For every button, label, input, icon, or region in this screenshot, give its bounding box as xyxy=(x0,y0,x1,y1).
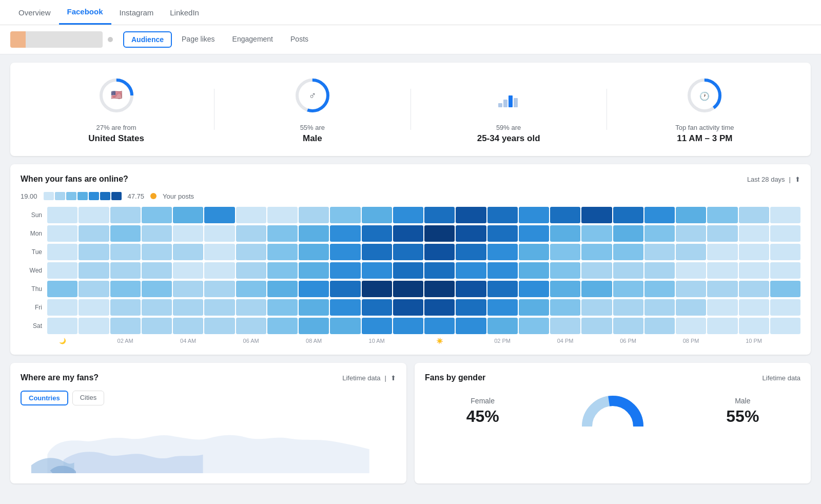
heatmap-cell[interactable] xyxy=(362,299,392,316)
heatmap-cell[interactable] xyxy=(236,299,266,316)
heatmap-cell[interactable] xyxy=(330,207,360,223)
heatmap-cell[interactable] xyxy=(676,299,706,316)
heatmap-cell[interactable] xyxy=(739,318,769,334)
heatmap-cell[interactable] xyxy=(519,262,549,279)
heatmap-cell[interactable] xyxy=(487,281,518,297)
heatmap-cell[interactable] xyxy=(236,207,266,223)
heatmap-cell[interactable] xyxy=(204,262,234,279)
heatmap-cell[interactable] xyxy=(330,299,360,316)
heatmap-cell[interactable] xyxy=(204,281,234,297)
heatmap-cell[interactable] xyxy=(581,244,612,260)
heatmap-cell[interactable] xyxy=(424,318,455,334)
heatmap-cell[interactable] xyxy=(267,281,298,297)
heatmap-cell[interactable] xyxy=(79,207,109,223)
heatmap-cell[interactable] xyxy=(204,207,234,223)
heatmap-cell[interactable] xyxy=(173,281,203,297)
heatmap-cell[interactable] xyxy=(581,207,612,223)
heatmap-cell[interactable] xyxy=(519,318,549,334)
heatmap-cell[interactable] xyxy=(676,281,706,297)
heatmap-cell[interactable] xyxy=(299,244,329,260)
heatmap-cell[interactable] xyxy=(110,244,141,260)
tab-posts[interactable]: Posts xyxy=(283,31,316,48)
heatmap-cell[interactable] xyxy=(424,207,455,223)
heatmap-cell[interactable] xyxy=(47,244,77,260)
heatmap-cell[interactable] xyxy=(581,299,612,316)
heatmap-cell[interactable] xyxy=(613,318,643,334)
heatmap-cell[interactable] xyxy=(362,281,392,297)
heatmap-cell[interactable] xyxy=(456,244,486,260)
nav-linkedin[interactable]: LinkedIn xyxy=(162,1,207,24)
heatmap-cell[interactable] xyxy=(456,299,486,316)
heatmap-cell[interactable] xyxy=(676,262,706,279)
heatmap-cell[interactable] xyxy=(770,281,800,297)
heatmap-cell[interactable] xyxy=(739,262,769,279)
heatmap-cell[interactable] xyxy=(739,207,769,223)
heatmap-cell[interactable] xyxy=(362,244,392,260)
heatmap-cell[interactable] xyxy=(550,225,580,242)
heatmap-cell[interactable] xyxy=(707,262,737,279)
heatmap-cell[interactable] xyxy=(613,262,643,279)
heatmap-cell[interactable] xyxy=(456,225,486,242)
heatmap-cell[interactable] xyxy=(393,262,423,279)
heatmap-cell[interactable] xyxy=(204,225,234,242)
heatmap-cell[interactable] xyxy=(110,318,141,334)
heatmap-cell[interactable] xyxy=(739,244,769,260)
heatmap-cell[interactable] xyxy=(236,281,266,297)
heatmap-cell[interactable] xyxy=(110,225,141,242)
heatmap-cell[interactable] xyxy=(581,318,612,334)
heatmap-cell[interactable] xyxy=(644,207,675,223)
heatmap-cell[interactable] xyxy=(676,318,706,334)
heatmap-cell[interactable] xyxy=(707,244,737,260)
heatmap-cell[interactable] xyxy=(487,225,518,242)
tab-page-likes[interactable]: Page likes xyxy=(174,31,223,48)
heatmap-cell[interactable] xyxy=(330,244,360,260)
heatmap-cell[interactable] xyxy=(456,262,486,279)
heatmap-cell[interactable] xyxy=(487,318,518,334)
heatmap-cell[interactable] xyxy=(676,207,706,223)
heatmap-cell[interactable] xyxy=(393,244,423,260)
heatmap-cell[interactable] xyxy=(267,244,298,260)
heatmap-cell[interactable] xyxy=(173,318,203,334)
heatmap-cell[interactable] xyxy=(173,207,203,223)
heatmap-cell[interactable] xyxy=(519,225,549,242)
heatmap-cell[interactable] xyxy=(770,207,800,223)
heatmap-cell[interactable] xyxy=(47,281,77,297)
heatmap-cell[interactable] xyxy=(424,299,455,316)
heatmap-cell[interactable] xyxy=(330,318,360,334)
heatmap-cell[interactable] xyxy=(393,299,423,316)
heatmap-cell[interactable] xyxy=(299,225,329,242)
heatmap-cell[interactable] xyxy=(487,244,518,260)
heatmap-cell[interactable] xyxy=(330,225,360,242)
heatmap-cell[interactable] xyxy=(393,318,423,334)
heatmap-cell[interactable] xyxy=(362,318,392,334)
heatmap-cell[interactable] xyxy=(519,207,549,223)
heatmap-cell[interactable] xyxy=(47,318,77,334)
heatmap-cell[interactable] xyxy=(142,207,172,223)
heatmap-cell[interactable] xyxy=(142,318,172,334)
heatmap-cell[interactable] xyxy=(770,244,800,260)
heatmap-cell[interactable] xyxy=(79,262,109,279)
heatmap-cell[interactable] xyxy=(424,244,455,260)
heatmap-cell[interactable] xyxy=(644,225,675,242)
heatmap-cell[interactable] xyxy=(204,318,234,334)
heatmap-cell[interactable] xyxy=(456,207,486,223)
heatmap-cell[interactable] xyxy=(519,281,549,297)
heatmap-cell[interactable] xyxy=(79,225,109,242)
heatmap-cell[interactable] xyxy=(110,299,141,316)
heatmap-cell[interactable] xyxy=(581,225,612,242)
heatmap-cell[interactable] xyxy=(613,225,643,242)
heatmap-cell[interactable] xyxy=(393,281,423,297)
heatmap-cell[interactable] xyxy=(79,299,109,316)
heatmap-cell[interactable] xyxy=(110,207,141,223)
nav-overview[interactable]: Overview xyxy=(10,1,59,24)
heatmap-cell[interactable] xyxy=(739,299,769,316)
heatmap-cell[interactable] xyxy=(739,225,769,242)
heatmap-cell[interactable] xyxy=(204,244,234,260)
heatmap-cell[interactable] xyxy=(142,244,172,260)
heatmap-cell[interactable] xyxy=(362,207,392,223)
heatmap-cell[interactable] xyxy=(79,244,109,260)
heatmap-cell[interactable] xyxy=(644,281,675,297)
nav-facebook[interactable]: Facebook xyxy=(59,0,111,25)
heatmap-cell[interactable] xyxy=(47,207,77,223)
heatmap-cell[interactable] xyxy=(142,281,172,297)
